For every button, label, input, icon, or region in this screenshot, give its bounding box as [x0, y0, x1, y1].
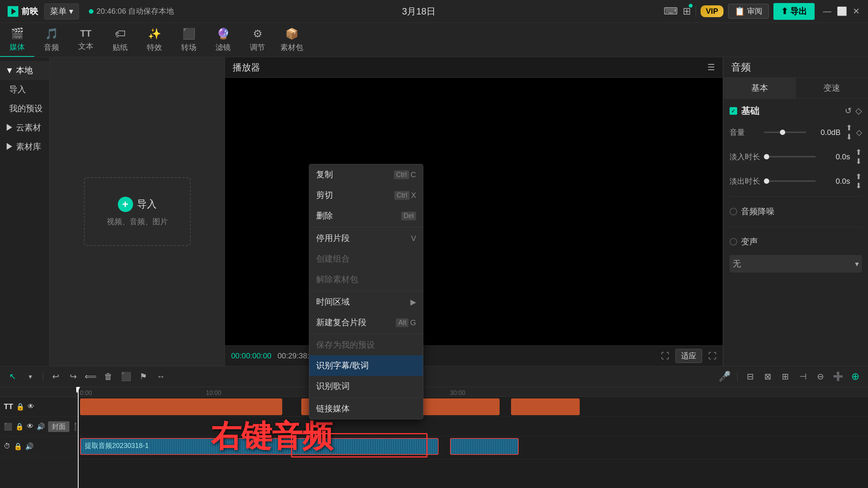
timeline-tool-1[interactable]: ⊟: [744, 370, 757, 383]
right-tab-basic[interactable]: 基本: [723, 78, 796, 98]
tab-filter[interactable]: 🔮 滤镜: [206, 23, 240, 57]
vip-badge[interactable]: VIP: [701, 5, 723, 17]
timeline-tool-2[interactable]: ⊠: [761, 370, 774, 383]
media-tab-icon: 🎬: [11, 27, 24, 40]
volume-diamond[interactable]: ◇: [856, 128, 862, 137]
ctx-recognize-lyrics[interactable]: 识别歌词: [309, 376, 423, 396]
player-screen[interactable]: [225, 78, 723, 345]
import-plus-icon: +: [118, 197, 133, 212]
timeline-add-button[interactable]: ⊕: [849, 370, 862, 383]
ctx-copy-shortcut: Ctrl C: [394, 170, 416, 179]
timeline-toolbar: ↖ ▾ ↩ ↪ ⟸ 🗑 ⬛ ⚑ ↔ 🎤 ⊟ ⊠ ⊞ ⊣ ⊖ ➕ ⊕: [0, 366, 868, 387]
right-tab-speed[interactable]: 变速: [796, 78, 868, 98]
ctx-recognize-subtitle[interactable]: 识别字幕/歌词: [309, 355, 423, 376]
lock-icon[interactable]: 🔒: [16, 403, 24, 411]
audio-waveform-clip-2[interactable]: [450, 438, 519, 455]
audio-lock-icon[interactable]: 🔒: [14, 442, 22, 451]
export-button[interactable]: ⬆ 导出: [773, 3, 815, 20]
split-button[interactable]: ⟸: [84, 370, 97, 383]
effects-tab-label: 特效: [147, 42, 162, 53]
sidebar-local-label: ▼ 本地: [5, 65, 33, 76]
mic-button[interactable]: 🎤: [718, 370, 731, 383]
basic-checkbox[interactable]: ✓: [730, 107, 737, 115]
text-tab-label: 文本: [78, 41, 93, 51]
tab-sticker[interactable]: 🏷 贴纸: [103, 23, 137, 57]
adapt-button[interactable]: 适应: [675, 349, 702, 363]
timeline-section: ↖ ▾ ↩ ↪ ⟸ 🗑 ⬛ ⚑ ↔ 🎤 ⊟ ⊠ ⊞ ⊣ ⊖ ➕ ⊕: [0, 366, 868, 488]
diamond-icon[interactable]: ◇: [855, 106, 862, 116]
right-tabs: 基本 变速: [723, 78, 868, 99]
ctx-new-composite[interactable]: 新建复合片段 Alt G: [309, 312, 423, 333]
fade-out-slider[interactable]: [764, 180, 816, 182]
ctx-link-media-label: 链接媒体: [316, 403, 350, 414]
divider-2: [730, 226, 862, 227]
cover-audio-icon[interactable]: 🔊: [37, 422, 45, 431]
undo-button[interactable]: ↩: [49, 370, 62, 383]
tab-adjust[interactable]: ⚙ 调节: [240, 23, 275, 57]
import-drop-area[interactable]: + 导入 视频、音频、图片: [84, 177, 191, 246]
tab-text[interactable]: TT 文本: [69, 23, 103, 57]
noise-row: 音频降噪: [730, 201, 862, 222]
delete-button[interactable]: 🗑: [102, 370, 115, 383]
volume-stepper[interactable]: ⬆⬇: [846, 123, 852, 141]
sidebar-item-local[interactable]: ▼ 本地: [0, 61, 49, 80]
ctx-time-range[interactable]: 时间区域 ▶: [309, 292, 423, 312]
cover-eye-icon[interactable]: 👁: [27, 422, 34, 430]
menu-button[interactable]: 菜单 ▾: [44, 3, 79, 19]
cover-lock-icon[interactable]: 🔒: [15, 422, 24, 431]
audio-waveform-clip[interactable]: 提取音频20230318-1: [80, 438, 439, 455]
timeline-playhead[interactable]: [78, 387, 79, 488]
timeline-tool-4[interactable]: ⊣: [796, 370, 809, 383]
minimize-button[interactable]: —: [823, 7, 831, 16]
volume-slider[interactable]: [764, 132, 806, 133]
middle-panel: 播放器 ☰ 00:00:00:00 00:29:38:15 ⛶ 适应 ⛶: [225, 57, 723, 366]
timeline-tool-3[interactable]: ⊞: [779, 370, 792, 383]
tab-effects[interactable]: ✨ 特效: [137, 23, 172, 57]
restore-button[interactable]: ⬜: [837, 7, 846, 16]
sidebar-item-import[interactable]: 导入: [0, 80, 49, 99]
left-panel: ▼ 本地 导入 我的预设 ▶ 云素材 ▶ 素材库 +: [0, 57, 225, 366]
grid-icon[interactable]: ⊞: [683, 5, 691, 17]
section-basic-header: ✓ 基础 ↺ ◇: [730, 105, 862, 117]
media-content-area: + 导入 视频、音频、图片: [50, 57, 225, 366]
ctx-link-media[interactable]: 链接媒体: [309, 398, 423, 419]
sidebar-item-cloud[interactable]: ▶ 云素材: [0, 118, 49, 137]
ctx-cut[interactable]: 剪切 Ctrl X: [309, 185, 423, 205]
black-frame-button[interactable]: ⬛: [119, 370, 132, 383]
tab-transition[interactable]: ⬛ 转场: [172, 23, 206, 57]
sticker-tab-icon: 🏷: [115, 27, 125, 40]
voice-dropdown[interactable]: 无 ▾: [730, 255, 862, 273]
fade-in-slider[interactable]: [764, 156, 816, 157]
keyboard-icon[interactable]: ⌨: [664, 5, 678, 17]
eye-icon[interactable]: 👁: [27, 403, 34, 411]
time-current: 00:00:00:00: [231, 352, 272, 360]
fullscreen-button[interactable]: ⛶: [708, 351, 717, 361]
ctx-disable[interactable]: 停用片段 V: [309, 228, 423, 249]
review-button[interactable]: 📋 审阅: [728, 4, 769, 19]
crop-icon[interactable]: ⛶: [661, 351, 669, 361]
link-button[interactable]: ↔: [154, 370, 167, 383]
sidebar-item-mypresets[interactable]: 我的预设: [0, 99, 49, 118]
timeline-zoom-out[interactable]: ⊖: [814, 370, 827, 383]
cursor-dropdown[interactable]: ▾: [24, 370, 37, 383]
timeline-zoom-in[interactable]: ➕: [831, 370, 844, 383]
noise-checkbox[interactable]: [730, 208, 737, 215]
reset-icon[interactable]: ↺: [845, 106, 852, 116]
cursor-tool-button[interactable]: ↖: [6, 370, 19, 383]
sidebar-item-library[interactable]: ▶ 素材库: [0, 137, 49, 156]
redo-button[interactable]: ↪: [67, 370, 80, 383]
audio-speaker-icon[interactable]: 🔊: [25, 442, 34, 451]
tab-audio[interactable]: 🎵 音频: [34, 23, 69, 57]
text-clip-1[interactable]: [80, 398, 282, 415]
close-button[interactable]: ✕: [852, 7, 860, 16]
fade-in-stepper[interactable]: ⬆⬇: [855, 148, 862, 166]
player-menu-icon[interactable]: ☰: [707, 63, 715, 72]
tab-materials[interactable]: 📦 素材包: [275, 23, 309, 57]
tab-media[interactable]: 🎬 媒体: [0, 23, 34, 57]
ctx-copy[interactable]: 复制 Ctrl C: [309, 164, 423, 185]
ctx-delete[interactable]: 删除 Del: [309, 205, 423, 226]
voice-change-checkbox[interactable]: [730, 238, 737, 246]
flag-button[interactable]: ⚑: [137, 370, 150, 383]
text-clip-3[interactable]: [511, 398, 580, 415]
fade-out-stepper[interactable]: ⬆⬇: [855, 172, 862, 190]
